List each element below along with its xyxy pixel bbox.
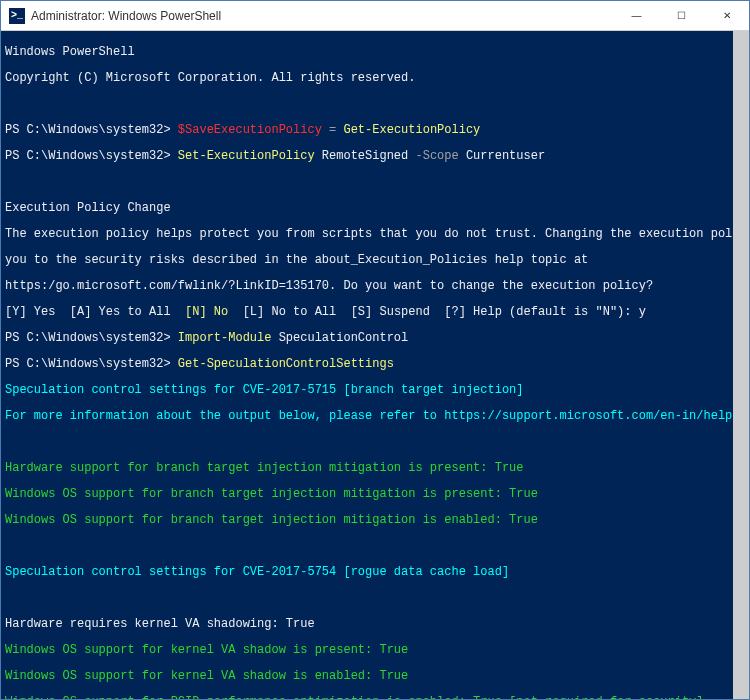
prompt: PS C:\Windows\system32> — [5, 123, 178, 137]
command-line-1: PS C:\Windows\system32> $SaveExecutionPo… — [5, 124, 745, 137]
variable: $SaveExecutionPolicy — [178, 123, 322, 137]
command-line-3: PS C:\Windows\system32> Import-Module Sp… — [5, 332, 745, 345]
prompt: PS C:\Windows\system32> — [5, 357, 178, 371]
parameter-flag: -Scope — [415, 149, 458, 163]
cmdlet: Get-SpeculationControlSettings — [178, 357, 394, 371]
output-info: Speculation control settings for CVE-201… — [5, 566, 745, 579]
cmdlet: Import-Module — [178, 331, 272, 345]
policy-options: [Y] Yes [A] Yes to All [N] No [L] No to … — [5, 306, 745, 319]
option-text: [Y] Yes [A] Yes to All — [5, 305, 185, 319]
minimize-button[interactable]: — — [614, 1, 659, 30]
prompt: PS C:\Windows\system32> — [5, 149, 178, 163]
command-line-4: PS C:\Windows\system32> Get-SpeculationC… — [5, 358, 745, 371]
output-success: Windows OS support for PCID performance … — [5, 696, 745, 699]
argument: RemoteSigned — [315, 149, 416, 163]
window-titlebar: >_ Administrator: Windows PowerShell — ☐… — [1, 1, 749, 31]
output-success: Windows OS support for branch target inj… — [5, 514, 745, 527]
output-success: Hardware support for branch target injec… — [5, 462, 745, 475]
window-title: Administrator: Windows PowerShell — [31, 9, 614, 23]
policy-text: https:/go.microsoft.com/fwlink/?LinkID=1… — [5, 280, 745, 293]
output-info: For more information about the output be… — [5, 410, 745, 423]
option-default: [N] No — [185, 305, 228, 319]
policy-text: you to the security risks described in t… — [5, 254, 745, 267]
output-success: Windows OS support for branch target inj… — [5, 488, 745, 501]
header-line: Windows PowerShell — [5, 46, 745, 59]
argument: Currentuser — [459, 149, 545, 163]
cmdlet: Get-ExecutionPolicy — [343, 123, 480, 137]
argument: SpeculationControl — [271, 331, 408, 345]
close-button[interactable]: ✕ — [704, 1, 749, 30]
window-controls: — ☐ ✕ — [614, 1, 749, 30]
policy-title: Execution Policy Change — [5, 202, 745, 215]
prompt: PS C:\Windows\system32> — [5, 331, 178, 345]
option-text: [L] No to All [S] Suspend [?] Help (defa… — [228, 305, 646, 319]
policy-text: The execution policy helps protect you f… — [5, 228, 745, 241]
powershell-icon: >_ — [9, 8, 25, 24]
output-info: Speculation control settings for CVE-201… — [5, 384, 745, 397]
output-text: Hardware requires kernel VA shadowing: T… — [5, 618, 745, 631]
header-copyright: Copyright (C) Microsoft Corporation. All… — [5, 72, 745, 85]
maximize-button[interactable]: ☐ — [659, 1, 704, 30]
terminal-output[interactable]: Windows PowerShell Copyright (C) Microso… — [1, 31, 749, 699]
scrollbar[interactable] — [733, 31, 749, 699]
output-success: Windows OS support for kernel VA shadow … — [5, 644, 745, 657]
scrollbar-thumb[interactable] — [733, 31, 749, 699]
operator: = — [322, 123, 344, 137]
command-line-2: PS C:\Windows\system32> Set-ExecutionPol… — [5, 150, 745, 163]
cmdlet: Set-ExecutionPolicy — [178, 149, 315, 163]
output-success: Windows OS support for kernel VA shadow … — [5, 670, 745, 683]
